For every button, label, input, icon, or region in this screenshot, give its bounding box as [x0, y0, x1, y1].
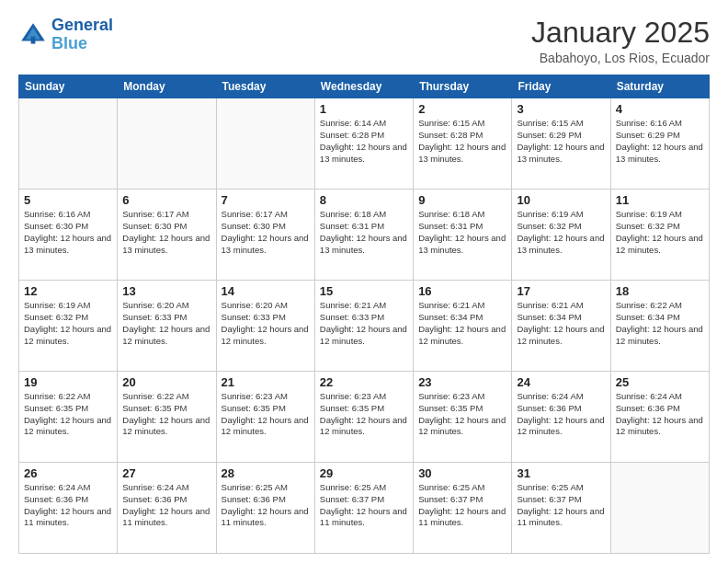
calendar-cell: 14Sunrise: 6:20 AM Sunset: 6:33 PM Dayli…	[216, 281, 314, 372]
col-friday: Friday	[512, 75, 610, 98]
calendar-cell: 28Sunrise: 6:25 AM Sunset: 6:36 PM Dayli…	[216, 463, 314, 554]
main-title: January 2025	[531, 17, 710, 49]
calendar-cell: 24Sunrise: 6:24 AM Sunset: 6:36 PM Dayli…	[512, 372, 610, 463]
day-info: Sunrise: 6:20 AM Sunset: 6:33 PM Dayligh…	[222, 300, 310, 347]
day-info: Sunrise: 6:23 AM Sunset: 6:35 PM Dayligh…	[222, 391, 310, 438]
day-info: Sunrise: 6:21 AM Sunset: 6:34 PM Dayligh…	[418, 300, 506, 347]
day-info: Sunrise: 6:25 AM Sunset: 6:37 PM Dayligh…	[320, 482, 408, 529]
calendar-cell: 9Sunrise: 6:18 AM Sunset: 6:31 PM Daylig…	[414, 190, 512, 281]
day-info: Sunrise: 6:21 AM Sunset: 6:34 PM Dayligh…	[517, 300, 605, 347]
day-number: 21	[222, 375, 310, 389]
logo: General Blue	[18, 17, 113, 53]
day-number: 25	[616, 375, 704, 389]
calendar-week-row: 1Sunrise: 6:14 AM Sunset: 6:28 PM Daylig…	[19, 98, 710, 190]
day-number: 20	[122, 375, 210, 389]
day-number: 24	[517, 375, 605, 389]
logo-icon	[18, 20, 48, 50]
page: General Blue January 2025 Babahoyo, Los …	[0, 0, 728, 563]
calendar-cell: 18Sunrise: 6:22 AM Sunset: 6:34 PM Dayli…	[610, 281, 709, 372]
day-info: Sunrise: 6:24 AM Sunset: 6:36 PM Dayligh…	[24, 482, 112, 529]
day-number: 3	[517, 102, 605, 116]
day-info: Sunrise: 6:16 AM Sunset: 6:29 PM Dayligh…	[616, 118, 704, 165]
day-number: 31	[517, 466, 605, 480]
day-info: Sunrise: 6:22 AM Sunset: 6:35 PM Dayligh…	[122, 391, 210, 438]
day-number: 7	[222, 193, 310, 207]
day-info: Sunrise: 6:21 AM Sunset: 6:33 PM Dayligh…	[320, 300, 408, 347]
calendar-cell: 6Sunrise: 6:17 AM Sunset: 6:30 PM Daylig…	[118, 190, 216, 281]
day-number: 1	[320, 102, 408, 116]
calendar-week-row: 12Sunrise: 6:19 AM Sunset: 6:32 PM Dayli…	[19, 281, 710, 372]
day-info: Sunrise: 6:19 AM Sunset: 6:32 PM Dayligh…	[517, 209, 605, 256]
day-number: 4	[616, 102, 704, 116]
calendar-cell: 2Sunrise: 6:15 AM Sunset: 6:28 PM Daylig…	[414, 98, 512, 190]
day-info: Sunrise: 6:25 AM Sunset: 6:37 PM Dayligh…	[517, 482, 605, 529]
calendar-cell	[610, 463, 709, 554]
title-block: January 2025 Babahoyo, Los Rios, Ecuador	[531, 17, 710, 65]
day-info: Sunrise: 6:24 AM Sunset: 6:36 PM Dayligh…	[517, 391, 605, 438]
calendar-week-row: 5Sunrise: 6:16 AM Sunset: 6:30 PM Daylig…	[19, 190, 710, 281]
calendar-cell	[216, 98, 314, 190]
col-monday: Monday	[118, 75, 216, 98]
day-number: 13	[122, 284, 210, 298]
day-info: Sunrise: 6:25 AM Sunset: 6:36 PM Dayligh…	[222, 482, 310, 529]
calendar-cell: 19Sunrise: 6:22 AM Sunset: 6:35 PM Dayli…	[19, 372, 118, 463]
day-info: Sunrise: 6:19 AM Sunset: 6:32 PM Dayligh…	[24, 300, 112, 347]
day-number: 28	[222, 466, 310, 480]
calendar-cell: 20Sunrise: 6:22 AM Sunset: 6:35 PM Dayli…	[118, 372, 216, 463]
day-number: 29	[320, 466, 408, 480]
svg-rect-2	[31, 36, 36, 43]
calendar-cell: 8Sunrise: 6:18 AM Sunset: 6:31 PM Daylig…	[314, 190, 413, 281]
col-thursday: Thursday	[414, 75, 512, 98]
day-number: 11	[616, 193, 704, 207]
day-info: Sunrise: 6:24 AM Sunset: 6:36 PM Dayligh…	[616, 391, 704, 438]
day-number: 12	[24, 284, 112, 298]
calendar-cell: 22Sunrise: 6:23 AM Sunset: 6:35 PM Dayli…	[314, 372, 413, 463]
day-number: 15	[320, 284, 408, 298]
day-info: Sunrise: 6:15 AM Sunset: 6:28 PM Dayligh…	[418, 118, 506, 165]
calendar-cell: 29Sunrise: 6:25 AM Sunset: 6:37 PM Dayli…	[314, 463, 413, 554]
col-wednesday: Wednesday	[314, 75, 413, 98]
col-sunday: Sunday	[19, 75, 118, 98]
day-info: Sunrise: 6:18 AM Sunset: 6:31 PM Dayligh…	[418, 209, 506, 256]
day-number: 14	[222, 284, 310, 298]
calendar-cell: 15Sunrise: 6:21 AM Sunset: 6:33 PM Dayli…	[314, 281, 413, 372]
calendar-cell: 30Sunrise: 6:25 AM Sunset: 6:37 PM Dayli…	[414, 463, 512, 554]
calendar-cell: 11Sunrise: 6:19 AM Sunset: 6:32 PM Dayli…	[610, 190, 709, 281]
day-number: 22	[320, 375, 408, 389]
calendar-cell: 26Sunrise: 6:24 AM Sunset: 6:36 PM Dayli…	[19, 463, 118, 554]
calendar-cell: 16Sunrise: 6:21 AM Sunset: 6:34 PM Dayli…	[414, 281, 512, 372]
calendar-cell: 7Sunrise: 6:17 AM Sunset: 6:30 PM Daylig…	[216, 190, 314, 281]
day-info: Sunrise: 6:14 AM Sunset: 6:28 PM Dayligh…	[320, 118, 408, 165]
calendar-week-row: 26Sunrise: 6:24 AM Sunset: 6:36 PM Dayli…	[19, 463, 710, 554]
calendar-cell: 3Sunrise: 6:15 AM Sunset: 6:29 PM Daylig…	[512, 98, 610, 190]
calendar-cell: 1Sunrise: 6:14 AM Sunset: 6:28 PM Daylig…	[314, 98, 413, 190]
calendar-cell: 23Sunrise: 6:23 AM Sunset: 6:35 PM Dayli…	[414, 372, 512, 463]
day-info: Sunrise: 6:15 AM Sunset: 6:29 PM Dayligh…	[517, 118, 605, 165]
day-number: 10	[517, 193, 605, 207]
day-number: 17	[517, 284, 605, 298]
day-info: Sunrise: 6:22 AM Sunset: 6:34 PM Dayligh…	[616, 300, 704, 347]
logo-line2: Blue	[51, 34, 87, 52]
calendar-cell: 25Sunrise: 6:24 AM Sunset: 6:36 PM Dayli…	[610, 372, 709, 463]
day-number: 19	[24, 375, 112, 389]
calendar-cell: 4Sunrise: 6:16 AM Sunset: 6:29 PM Daylig…	[610, 98, 709, 190]
day-info: Sunrise: 6:18 AM Sunset: 6:31 PM Dayligh…	[320, 209, 408, 256]
calendar-table: Sunday Monday Tuesday Wednesday Thursday…	[18, 75, 710, 554]
subtitle: Babahoyo, Los Rios, Ecuador	[531, 51, 710, 65]
day-number: 18	[616, 284, 704, 298]
day-info: Sunrise: 6:25 AM Sunset: 6:37 PM Dayligh…	[418, 482, 506, 529]
day-number: 6	[122, 193, 210, 207]
col-tuesday: Tuesday	[216, 75, 314, 98]
calendar-cell: 12Sunrise: 6:19 AM Sunset: 6:32 PM Dayli…	[19, 281, 118, 372]
day-number: 26	[24, 466, 112, 480]
calendar-cell: 17Sunrise: 6:21 AM Sunset: 6:34 PM Dayli…	[512, 281, 610, 372]
calendar-cell	[118, 98, 216, 190]
day-number: 30	[418, 466, 506, 480]
day-info: Sunrise: 6:23 AM Sunset: 6:35 PM Dayligh…	[320, 391, 408, 438]
day-info: Sunrise: 6:17 AM Sunset: 6:30 PM Dayligh…	[222, 209, 310, 256]
day-info: Sunrise: 6:23 AM Sunset: 6:35 PM Dayligh…	[418, 391, 506, 438]
col-saturday: Saturday	[610, 75, 709, 98]
day-info: Sunrise: 6:24 AM Sunset: 6:36 PM Dayligh…	[122, 482, 210, 529]
day-number: 2	[418, 102, 506, 116]
calendar-cell: 31Sunrise: 6:25 AM Sunset: 6:37 PM Dayli…	[512, 463, 610, 554]
